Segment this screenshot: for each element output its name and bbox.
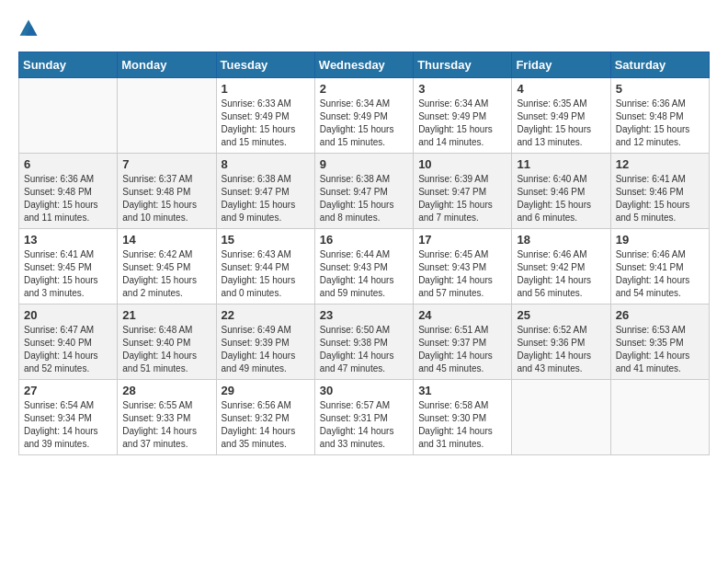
calendar-day-cell <box>512 380 610 455</box>
calendar-day-cell: 23Sunrise: 6:50 AM Sunset: 9:38 PM Dayli… <box>314 304 413 380</box>
calendar-day-cell: 5Sunrise: 6:36 AM Sunset: 9:48 PM Daylig… <box>610 78 709 154</box>
day-number: 10 <box>418 157 506 171</box>
calendar-week-row: 13Sunrise: 6:41 AM Sunset: 9:45 PM Dayli… <box>19 229 710 304</box>
calendar-day-cell: 15Sunrise: 6:43 AM Sunset: 9:44 PM Dayli… <box>216 229 314 304</box>
calendar-day-cell: 7Sunrise: 6:37 AM Sunset: 9:48 PM Daylig… <box>118 154 216 229</box>
day-number: 20 <box>24 308 112 322</box>
calendar-week-row: 27Sunrise: 6:54 AM Sunset: 9:34 PM Dayli… <box>19 380 710 455</box>
day-number: 4 <box>517 82 605 96</box>
calendar-week-row: 20Sunrise: 6:47 AM Sunset: 9:40 PM Dayli… <box>19 304 710 380</box>
day-number: 27 <box>24 384 112 397</box>
day-number: 23 <box>320 308 408 322</box>
day-info: Sunrise: 6:36 AM Sunset: 9:48 PM Dayligh… <box>616 98 704 149</box>
calendar-day-cell: 11Sunrise: 6:40 AM Sunset: 9:46 PM Dayli… <box>512 154 610 229</box>
day-info: Sunrise: 6:41 AM Sunset: 9:46 PM Dayligh… <box>616 173 704 224</box>
day-info: Sunrise: 6:50 AM Sunset: 9:38 PM Dayligh… <box>320 324 408 375</box>
day-info: Sunrise: 6:46 AM Sunset: 9:41 PM Dayligh… <box>616 248 704 300</box>
calendar-day-cell: 1Sunrise: 6:33 AM Sunset: 9:49 PM Daylig… <box>216 78 314 154</box>
day-info: Sunrise: 6:37 AM Sunset: 9:48 PM Dayligh… <box>122 173 210 224</box>
day-info: Sunrise: 6:34 AM Sunset: 9:49 PM Dayligh… <box>418 98 506 149</box>
day-number: 21 <box>122 308 210 322</box>
calendar-header: SundayMondayTuesdayWednesdayThursdayFrid… <box>19 52 710 78</box>
day-number: 29 <box>222 384 310 397</box>
calendar-day-cell: 21Sunrise: 6:48 AM Sunset: 9:40 PM Dayli… <box>118 304 216 380</box>
day-info: Sunrise: 6:41 AM Sunset: 9:45 PM Dayligh… <box>24 248 112 300</box>
day-number: 9 <box>320 157 408 171</box>
weekday-header-saturday: Saturday <box>610 52 709 78</box>
day-info: Sunrise: 6:46 AM Sunset: 9:42 PM Dayligh… <box>517 248 605 300</box>
day-info: Sunrise: 6:35 AM Sunset: 9:49 PM Dayligh… <box>517 98 605 149</box>
day-info: Sunrise: 6:33 AM Sunset: 9:49 PM Dayligh… <box>222 98 310 149</box>
calendar-day-cell: 24Sunrise: 6:51 AM Sunset: 9:37 PM Dayli… <box>414 304 512 380</box>
day-number: 26 <box>616 308 704 322</box>
calendar-day-cell <box>610 380 709 455</box>
day-info: Sunrise: 6:38 AM Sunset: 9:47 PM Dayligh… <box>320 173 408 224</box>
calendar-day-cell: 19Sunrise: 6:46 AM Sunset: 9:41 PM Dayli… <box>610 229 709 304</box>
day-info: Sunrise: 6:36 AM Sunset: 9:48 PM Dayligh… <box>24 173 112 224</box>
calendar-day-cell: 9Sunrise: 6:38 AM Sunset: 9:47 PM Daylig… <box>314 154 413 229</box>
day-number: 12 <box>616 157 704 171</box>
calendar-day-cell: 26Sunrise: 6:53 AM Sunset: 9:35 PM Dayli… <box>610 304 709 380</box>
day-info: Sunrise: 6:52 AM Sunset: 9:36 PM Dayligh… <box>517 324 605 375</box>
calendar-day-cell <box>118 78 216 154</box>
calendar-table: SundayMondayTuesdayWednesdayThursdayFrid… <box>18 52 710 455</box>
calendar-day-cell: 14Sunrise: 6:42 AM Sunset: 9:45 PM Dayli… <box>118 229 216 304</box>
day-number: 6 <box>24 157 112 171</box>
day-number: 17 <box>418 233 506 247</box>
day-info: Sunrise: 6:39 AM Sunset: 9:47 PM Dayligh… <box>418 173 506 224</box>
day-info: Sunrise: 6:42 AM Sunset: 9:45 PM Dayligh… <box>122 248 210 300</box>
day-number: 7 <box>122 157 210 171</box>
day-number: 18 <box>517 233 605 247</box>
calendar-day-cell: 28Sunrise: 6:55 AM Sunset: 9:33 PM Dayli… <box>118 380 216 455</box>
calendar-week-row: 6Sunrise: 6:36 AM Sunset: 9:48 PM Daylig… <box>19 154 710 229</box>
day-number: 3 <box>418 82 506 96</box>
calendar-day-cell: 27Sunrise: 6:54 AM Sunset: 9:34 PM Dayli… <box>19 380 118 455</box>
day-info: Sunrise: 6:55 AM Sunset: 9:33 PM Dayligh… <box>122 399 210 451</box>
day-info: Sunrise: 6:58 AM Sunset: 9:30 PM Dayligh… <box>418 399 506 451</box>
day-number: 19 <box>616 233 704 247</box>
calendar-day-cell: 17Sunrise: 6:45 AM Sunset: 9:43 PM Dayli… <box>414 229 512 304</box>
day-info: Sunrise: 6:49 AM Sunset: 9:39 PM Dayligh… <box>222 324 310 375</box>
page-header <box>18 18 710 42</box>
day-number: 5 <box>616 82 704 96</box>
day-info: Sunrise: 6:38 AM Sunset: 9:47 PM Dayligh… <box>222 173 310 224</box>
calendar-day-cell: 10Sunrise: 6:39 AM Sunset: 9:47 PM Dayli… <box>414 154 512 229</box>
day-number: 13 <box>24 233 112 247</box>
day-number: 25 <box>517 308 605 322</box>
calendar-day-cell: 22Sunrise: 6:49 AM Sunset: 9:39 PM Dayli… <box>216 304 314 380</box>
logo <box>18 18 42 42</box>
calendar-day-cell <box>19 78 118 154</box>
day-number: 16 <box>320 233 408 247</box>
calendar-week-row: 1Sunrise: 6:33 AM Sunset: 9:49 PM Daylig… <box>19 78 710 154</box>
day-number: 11 <box>517 157 605 171</box>
calendar-day-cell: 31Sunrise: 6:58 AM Sunset: 9:30 PM Dayli… <box>414 380 512 455</box>
day-number: 24 <box>418 308 506 322</box>
calendar-day-cell: 4Sunrise: 6:35 AM Sunset: 9:49 PM Daylig… <box>512 78 610 154</box>
day-info: Sunrise: 6:34 AM Sunset: 9:49 PM Dayligh… <box>320 98 408 149</box>
calendar-day-cell: 2Sunrise: 6:34 AM Sunset: 9:49 PM Daylig… <box>314 78 413 154</box>
calendar-day-cell: 16Sunrise: 6:44 AM Sunset: 9:43 PM Dayli… <box>314 229 413 304</box>
weekday-header-sunday: Sunday <box>19 52 118 78</box>
day-number: 14 <box>122 233 210 247</box>
day-number: 1 <box>222 82 310 96</box>
day-info: Sunrise: 6:51 AM Sunset: 9:37 PM Dayligh… <box>418 324 506 375</box>
calendar-day-cell: 29Sunrise: 6:56 AM Sunset: 9:32 PM Dayli… <box>216 380 314 455</box>
day-info: Sunrise: 6:43 AM Sunset: 9:44 PM Dayligh… <box>222 248 310 300</box>
day-number: 15 <box>222 233 310 247</box>
weekday-header-monday: Monday <box>118 52 216 78</box>
day-info: Sunrise: 6:57 AM Sunset: 9:31 PM Dayligh… <box>320 399 408 451</box>
weekday-header-tuesday: Tuesday <box>216 52 314 78</box>
day-number: 30 <box>320 384 408 397</box>
day-number: 22 <box>222 308 310 322</box>
calendar-day-cell: 13Sunrise: 6:41 AM Sunset: 9:45 PM Dayli… <box>19 229 118 304</box>
weekday-header-wednesday: Wednesday <box>314 52 413 78</box>
weekday-header-friday: Friday <box>512 52 610 78</box>
day-info: Sunrise: 6:48 AM Sunset: 9:40 PM Dayligh… <box>122 324 210 375</box>
day-info: Sunrise: 6:40 AM Sunset: 9:46 PM Dayligh… <box>517 173 605 224</box>
logo-icon <box>18 18 39 39</box>
calendar-day-cell: 20Sunrise: 6:47 AM Sunset: 9:40 PM Dayli… <box>19 304 118 380</box>
day-number: 28 <box>122 384 210 397</box>
calendar-day-cell: 25Sunrise: 6:52 AM Sunset: 9:36 PM Dayli… <box>512 304 610 380</box>
calendar-day-cell: 18Sunrise: 6:46 AM Sunset: 9:42 PM Dayli… <box>512 229 610 304</box>
day-info: Sunrise: 6:54 AM Sunset: 9:34 PM Dayligh… <box>24 399 112 451</box>
